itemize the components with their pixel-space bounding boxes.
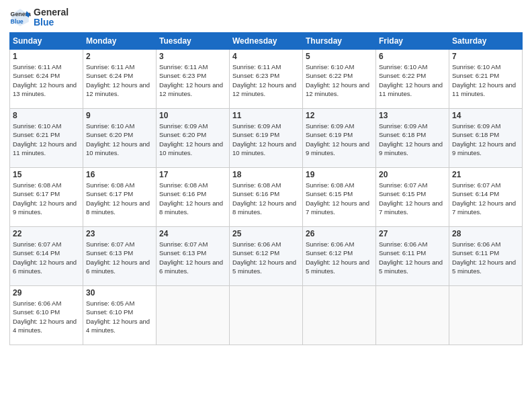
day-info: Sunrise: 6:06 AMSunset: 6:11 PMDaylight:… bbox=[379, 240, 446, 275]
day-info: Sunrise: 6:08 AMSunset: 6:17 PMDaylight:… bbox=[86, 181, 153, 216]
table-row bbox=[449, 286, 523, 345]
day-number: 5 bbox=[306, 52, 373, 61]
day-number: 16 bbox=[86, 170, 153, 179]
table-row: 8Sunrise: 6:10 AMSunset: 6:21 PMDaylight… bbox=[10, 109, 83, 168]
table-row: 3Sunrise: 6:11 AMSunset: 6:23 PMDaylight… bbox=[157, 50, 230, 109]
table-row: 17Sunrise: 6:08 AMSunset: 6:16 PMDayligh… bbox=[157, 168, 230, 227]
table-row: 29Sunrise: 6:06 AMSunset: 6:10 PMDayligh… bbox=[10, 286, 83, 345]
table-row: 14Sunrise: 6:09 AMSunset: 6:18 PMDayligh… bbox=[449, 109, 523, 168]
day-number: 3 bbox=[159, 52, 226, 61]
day-info: Sunrise: 6:06 AMSunset: 6:10 PMDaylight:… bbox=[13, 299, 80, 334]
table-row: 9Sunrise: 6:10 AMSunset: 6:20 PMDaylight… bbox=[83, 109, 157, 168]
day-number: 1 bbox=[13, 52, 80, 61]
table-row: 16Sunrise: 6:08 AMSunset: 6:17 PMDayligh… bbox=[83, 168, 157, 227]
table-row: 28Sunrise: 6:06 AMSunset: 6:11 PMDayligh… bbox=[449, 227, 523, 286]
day-info: Sunrise: 6:09 AMSunset: 6:18 PMDaylight:… bbox=[379, 122, 446, 157]
table-row: 4Sunrise: 6:11 AMSunset: 6:23 PMDaylight… bbox=[230, 50, 303, 109]
day-number: 4 bbox=[232, 52, 300, 61]
table-row bbox=[376, 286, 449, 345]
day-info: Sunrise: 6:07 AMSunset: 6:13 PMDaylight:… bbox=[159, 240, 226, 275]
day-info: Sunrise: 6:07 AMSunset: 6:14 PMDaylight:… bbox=[452, 181, 519, 216]
day-info: Sunrise: 6:06 AMSunset: 6:11 PMDaylight:… bbox=[452, 240, 519, 275]
table-row bbox=[303, 286, 376, 345]
table-row: 18Sunrise: 6:08 AMSunset: 6:16 PMDayligh… bbox=[230, 168, 303, 227]
day-info: Sunrise: 6:09 AMSunset: 6:18 PMDaylight:… bbox=[452, 122, 519, 157]
table-row: 2Sunrise: 6:11 AMSunset: 6:24 PMDaylight… bbox=[83, 50, 157, 109]
table-row: 23Sunrise: 6:07 AMSunset: 6:13 PMDayligh… bbox=[83, 227, 157, 286]
day-number: 22 bbox=[13, 229, 80, 238]
day-number: 2 bbox=[86, 52, 153, 61]
day-info: Sunrise: 6:11 AMSunset: 6:23 PMDaylight:… bbox=[232, 62, 300, 98]
header: General Blue General Blue bbox=[9, 7, 523, 28]
table-row: 25Sunrise: 6:06 AMSunset: 6:12 PMDayligh… bbox=[230, 227, 303, 286]
day-info: Sunrise: 6:06 AMSunset: 6:12 PMDaylight:… bbox=[306, 240, 373, 275]
col-sunday: Sunday bbox=[10, 33, 83, 50]
day-number: 14 bbox=[452, 111, 519, 120]
table-row: 24Sunrise: 6:07 AMSunset: 6:13 PMDayligh… bbox=[157, 227, 230, 286]
day-info: Sunrise: 6:08 AMSunset: 6:15 PMDaylight:… bbox=[306, 181, 373, 216]
day-info: Sunrise: 6:11 AMSunset: 6:23 PMDaylight:… bbox=[159, 62, 226, 98]
day-number: 6 bbox=[379, 52, 446, 61]
day-info: Sunrise: 6:11 AMSunset: 6:24 PMDaylight:… bbox=[86, 62, 153, 98]
table-row: 20Sunrise: 6:07 AMSunset: 6:15 PMDayligh… bbox=[376, 168, 449, 227]
header-row: Sunday Monday Tuesday Wednesday Thursday… bbox=[10, 33, 523, 50]
col-wednesday: Wednesday bbox=[230, 33, 303, 50]
logo: General Blue General Blue bbox=[9, 7, 69, 28]
table-row: 1Sunrise: 6:11 AMSunset: 6:24 PMDaylight… bbox=[10, 50, 83, 109]
day-info: Sunrise: 6:10 AMSunset: 6:21 PMDaylight:… bbox=[452, 62, 519, 98]
day-number: 17 bbox=[159, 170, 226, 179]
day-info: Sunrise: 6:07 AMSunset: 6:15 PMDaylight:… bbox=[379, 181, 446, 216]
table-row: 10Sunrise: 6:09 AMSunset: 6:20 PMDayligh… bbox=[157, 109, 230, 168]
table-row: 21Sunrise: 6:07 AMSunset: 6:14 PMDayligh… bbox=[449, 168, 523, 227]
day-number: 9 bbox=[86, 111, 153, 120]
day-info: Sunrise: 6:06 AMSunset: 6:12 PMDaylight:… bbox=[232, 240, 300, 275]
table-row: 11Sunrise: 6:09 AMSunset: 6:19 PMDayligh… bbox=[230, 109, 303, 168]
table-row: 12Sunrise: 6:09 AMSunset: 6:19 PMDayligh… bbox=[303, 109, 376, 168]
day-number: 29 bbox=[13, 288, 80, 298]
day-number: 10 bbox=[159, 111, 226, 120]
day-number: 26 bbox=[306, 229, 373, 238]
table-row: 19Sunrise: 6:08 AMSunset: 6:15 PMDayligh… bbox=[303, 168, 376, 227]
table-row: 7Sunrise: 6:10 AMSunset: 6:21 PMDaylight… bbox=[449, 50, 523, 109]
table-row: 13Sunrise: 6:09 AMSunset: 6:18 PMDayligh… bbox=[376, 109, 449, 168]
calendar: Sunday Monday Tuesday Wednesday Thursday… bbox=[9, 32, 523, 345]
table-row: 30Sunrise: 6:05 AMSunset: 6:10 PMDayligh… bbox=[83, 286, 157, 345]
day-info: Sunrise: 6:10 AMSunset: 6:20 PMDaylight:… bbox=[86, 122, 153, 157]
day-number: 19 bbox=[306, 170, 373, 179]
table-row bbox=[157, 286, 230, 345]
day-info: Sunrise: 6:11 AMSunset: 6:24 PMDaylight:… bbox=[13, 62, 80, 98]
day-number: 28 bbox=[452, 229, 519, 238]
day-info: Sunrise: 6:10 AMSunset: 6:21 PMDaylight:… bbox=[13, 122, 80, 157]
day-number: 7 bbox=[452, 52, 519, 61]
day-number: 24 bbox=[159, 229, 226, 238]
day-number: 20 bbox=[379, 170, 446, 179]
svg-text:Blue: Blue bbox=[11, 18, 24, 25]
day-number: 21 bbox=[452, 170, 519, 179]
day-number: 30 bbox=[86, 288, 153, 298]
col-monday: Monday bbox=[83, 33, 157, 50]
table-row: 6Sunrise: 6:10 AMSunset: 6:22 PMDaylight… bbox=[376, 50, 449, 109]
logo-text-general: General bbox=[34, 7, 69, 17]
day-info: Sunrise: 6:07 AMSunset: 6:13 PMDaylight:… bbox=[86, 240, 153, 275]
day-info: Sunrise: 6:09 AMSunset: 6:19 PMDaylight:… bbox=[232, 122, 300, 157]
day-info: Sunrise: 6:10 AMSunset: 6:22 PMDaylight:… bbox=[379, 62, 446, 98]
day-info: Sunrise: 6:09 AMSunset: 6:20 PMDaylight:… bbox=[159, 122, 226, 157]
day-info: Sunrise: 6:08 AMSunset: 6:16 PMDaylight:… bbox=[159, 181, 226, 216]
col-saturday: Saturday bbox=[449, 33, 523, 50]
page: General Blue General Blue Sunday Monday … bbox=[0, 0, 532, 411]
day-number: 18 bbox=[232, 170, 300, 179]
col-tuesday: Tuesday bbox=[157, 33, 230, 50]
day-info: Sunrise: 6:10 AMSunset: 6:22 PMDaylight:… bbox=[306, 62, 373, 98]
logo-text-blue: Blue bbox=[34, 17, 69, 28]
day-info: Sunrise: 6:07 AMSunset: 6:14 PMDaylight:… bbox=[13, 240, 80, 275]
day-info: Sunrise: 6:05 AMSunset: 6:10 PMDaylight:… bbox=[86, 299, 153, 334]
day-number: 23 bbox=[86, 229, 153, 238]
day-number: 25 bbox=[232, 229, 300, 238]
day-info: Sunrise: 6:09 AMSunset: 6:19 PMDaylight:… bbox=[306, 122, 373, 157]
logo-icon: General Blue bbox=[9, 7, 31, 28]
day-number: 8 bbox=[13, 111, 80, 120]
table-row bbox=[230, 286, 303, 345]
day-number: 15 bbox=[13, 170, 80, 179]
day-number: 13 bbox=[379, 111, 446, 120]
table-row: 27Sunrise: 6:06 AMSunset: 6:11 PMDayligh… bbox=[376, 227, 449, 286]
